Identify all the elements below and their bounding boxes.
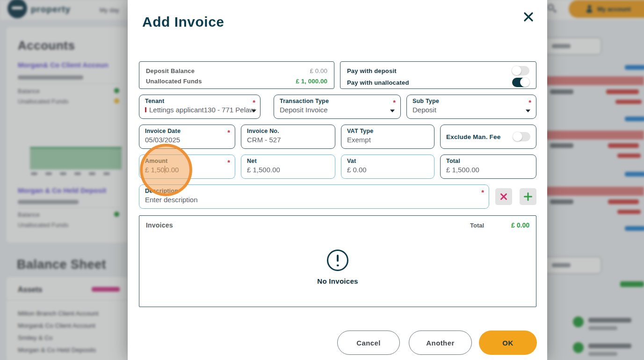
pay-with-unallocated-toggle[interactable] <box>512 78 529 87</box>
required-marker: * <box>227 158 230 166</box>
vat-input[interactable]: Vat £ 0.00 <box>341 154 434 179</box>
cancel-button[interactable]: Cancel <box>337 331 400 355</box>
ok-button[interactable]: OK <box>479 331 537 355</box>
amount-input[interactable]: * Amount £ 1,500.00 <box>139 154 235 179</box>
total-value: £ 1,500.00 <box>446 166 530 174</box>
another-button[interactable]: Another <box>409 331 472 355</box>
deposit-balance-value: £ 0.00 <box>310 67 327 74</box>
required-marker: * <box>528 98 531 106</box>
tenant-label: Tenant <box>145 98 254 104</box>
transaction-type-value: Deposit Invoice <box>280 106 395 114</box>
sub-type-label: Sub Type <box>412 98 530 104</box>
invoice-date-field[interactable]: * Invoice Date 05/03/2025 <box>139 125 235 149</box>
transaction-type-select[interactable]: * Transaction Type Deposit Invoice <box>274 95 401 119</box>
required-marker: * <box>227 128 230 136</box>
description-input[interactable]: * Description Enter description <box>139 184 489 209</box>
net-value: £ 1,500.00 <box>247 166 329 174</box>
sub-type-value: Deposit <box>412 106 530 114</box>
total-field[interactable]: Total £ 1,500.00 <box>440 154 536 179</box>
exclude-man-fee-toggle[interactable] <box>513 132 530 141</box>
exclamation-circle-icon <box>327 250 348 271</box>
unallocated-funds-label: Unallocated Funds <box>146 78 202 85</box>
chevron-down-icon <box>526 110 530 112</box>
close-icon[interactable] <box>522 10 535 23</box>
pay-options-box: Pay with deposit Pay with unallocated <box>340 61 536 89</box>
invoice-no-field[interactable]: Invoice No. CRM - 527 <box>241 125 335 149</box>
required-marker: * <box>393 98 396 106</box>
remove-line-button[interactable] <box>495 188 512 205</box>
no-invoices-text: No Invoices <box>317 277 358 285</box>
modal-title: Add Invoice <box>142 14 224 30</box>
plus-icon <box>523 192 533 201</box>
balance-summary-box: Deposit Balance £ 0.00 Unallocated Funds… <box>139 61 334 89</box>
tenant-select[interactable]: * Tenant Lettings applicant130 - 771 Pel… <box>139 95 260 119</box>
tenant-flag-icon <box>145 107 146 112</box>
deposit-balance-label: Deposit Balance <box>146 67 195 74</box>
exclude-man-fee-label: Exclude Man. Fee <box>446 133 501 140</box>
net-label: Net <box>247 158 329 164</box>
unallocated-funds-value: £ 1, 000.00 <box>296 78 327 85</box>
modal-actions: Cancel Another OK <box>337 331 537 355</box>
invoices-panel-title: Invoices <box>146 221 173 229</box>
description-placeholder: Enter description <box>145 196 483 204</box>
vat-type-field[interactable]: VAT Type Exempt <box>341 125 434 149</box>
add-line-button[interactable] <box>520 188 536 205</box>
vat-value: £ 0.00 <box>347 166 428 174</box>
required-marker: * <box>253 98 255 106</box>
exclude-man-fee-field: Exclude Man. Fee <box>440 125 536 149</box>
invoice-date-value: 05/03/2025 <box>145 136 229 144</box>
invoice-date-label: Invoice Date <box>145 128 229 134</box>
pay-with-unallocated-label: Pay with unallocated <box>347 79 409 86</box>
total-label: Total <box>446 158 530 164</box>
description-label: Description <box>145 188 483 194</box>
invoices-total-label: Total <box>470 222 484 229</box>
chevron-down-icon <box>252 110 256 112</box>
vat-label: Vat <box>347 158 428 164</box>
pay-with-deposit-toggle[interactable] <box>512 66 529 75</box>
add-invoice-modal: Add Invoice Deposit Balance £ 0.00 Unall… <box>128 0 547 360</box>
amount-value: £ 1,500.00 <box>145 166 229 174</box>
transaction-type-label: Transaction Type <box>280 98 395 104</box>
pay-with-deposit-label: Pay with deposit <box>347 67 397 74</box>
vat-type-label: VAT Type <box>347 128 428 134</box>
required-marker: * <box>481 188 484 196</box>
invoice-no-value: CRM - 527 <box>247 136 329 144</box>
tenant-value: Lettings applicant130 - 771 Pelaw Cres <box>145 106 254 114</box>
chevron-down-icon <box>390 110 395 112</box>
vat-type-value: Exempt <box>347 136 428 144</box>
amount-label: Amount <box>145 158 229 164</box>
invoices-total-value: £ 0.00 <box>511 221 529 229</box>
net-input[interactable]: Net £ 1,500.00 <box>241 154 335 179</box>
invoices-panel: Invoices Total £ 0.00 No Invoices <box>139 215 536 307</box>
x-icon <box>499 192 508 201</box>
invoice-no-label: Invoice No. <box>247 128 329 134</box>
sub-type-select[interactable]: * Sub Type Deposit <box>406 95 536 119</box>
